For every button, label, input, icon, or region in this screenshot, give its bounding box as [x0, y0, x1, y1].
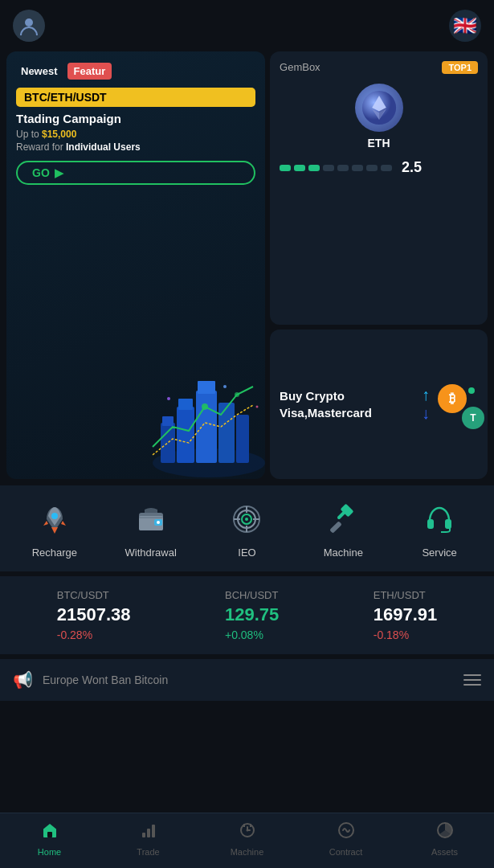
rating-bar: 2.5 [280, 159, 422, 176]
svg-rect-6 [196, 391, 217, 463]
btc-value: 21507.38 [57, 604, 131, 625]
quick-actions: Recharge Withdrawal [0, 485, 494, 571]
eth-change: -0.18% [374, 628, 409, 641]
price-btc[interactable]: BTC/USDT 21507.38 -0.28% [57, 589, 131, 641]
avatar[interactable] [13, 10, 45, 42]
target-icon [226, 498, 267, 540]
tab-newest[interactable]: Newest [16, 63, 63, 80]
svg-rect-36 [47, 832, 52, 837]
bch-pair: BCH/USDT [225, 589, 278, 601]
svg-point-27 [245, 518, 248, 521]
rating-dot-6 [352, 165, 363, 171]
go-button[interactable]: GO ▶ [16, 161, 255, 185]
left-banner: Newest Featur BTC/ETH/USDT Ttading Campa… [6, 51, 265, 479]
rocket-icon [34, 498, 76, 540]
action-machine[interactable]: Machine [295, 498, 391, 559]
svg-point-12 [167, 397, 170, 400]
rating-dot-3 [308, 165, 320, 171]
bottom-nav: Home Trade Machine [0, 813, 494, 868]
price-eth[interactable]: ETH/USDT 1697.91 -0.18% [374, 589, 438, 641]
svg-rect-3 [162, 416, 174, 426]
action-withdrawal[interactable]: Withdrawal [103, 498, 199, 559]
status-dot [468, 387, 475, 394]
withdrawal-label: Withdrawal [125, 547, 177, 559]
home-label: Home [38, 847, 61, 857]
menu-icon[interactable] [463, 674, 481, 686]
nav-home[interactable]: Home [0, 821, 99, 857]
exchange-arrows: ↑ ↓ [422, 386, 430, 423]
svg-point-41 [246, 829, 248, 832]
svg-point-10 [202, 403, 208, 410]
top1-badge: TOP1 [442, 61, 478, 74]
svg-point-14 [256, 406, 259, 408]
svg-point-19 [51, 513, 58, 519]
machine-nav-label: Machine [231, 847, 264, 857]
wallet-icon [130, 498, 172, 540]
language-flag[interactable]: 🇬🇧 [449, 10, 481, 42]
city-illustration [145, 350, 265, 479]
tab-featured[interactable]: Featur [67, 63, 112, 80]
svg-point-23 [157, 521, 160, 524]
eth-icon-container: ETH [280, 84, 478, 149]
crypto-coins: ₿ T [438, 384, 478, 424]
svg-rect-39 [152, 825, 155, 837]
banner-section: Newest Featur BTC/ETH/USDT Ttading Campa… [0, 51, 494, 485]
trade-icon [140, 821, 157, 844]
right-column: GemBox TOP1 [270, 51, 488, 479]
eth-value: 1697.91 [374, 604, 438, 625]
nav-assets[interactable]: Assets [395, 821, 494, 857]
svg-rect-2 [161, 423, 175, 463]
svg-rect-33 [330, 521, 343, 534]
buy-crypto-card[interactable]: Buy Crypto Visa,Mastercard ↑ ↓ ₿ T [270, 330, 488, 479]
banner-tabs: Newest Featur [16, 63, 255, 80]
trading-pair: BTC/ETH/USDT [16, 88, 255, 107]
reward-text: Up to $15,000 [16, 129, 255, 140]
rating-dot-2 [294, 165, 305, 171]
action-service[interactable]: Service [391, 498, 488, 559]
rating-dot-1 [280, 165, 291, 171]
eth-coin-icon[interactable] [355, 84, 403, 132]
campaign-title: Ttading Campaign [16, 112, 255, 125]
svg-rect-37 [142, 833, 145, 837]
bch-value: 129.75 [225, 604, 279, 625]
hammer-icon [322, 498, 364, 540]
gembox-label: GemBox [280, 61, 320, 74]
news-text: Europe Wont Ban Bitcoin [43, 674, 454, 686]
gembox-card: GemBox TOP1 [270, 51, 488, 325]
gembox-header: GemBox TOP1 [280, 61, 478, 74]
service-label: Service [422, 547, 456, 559]
assets-icon [436, 821, 454, 844]
rating-dot-8 [381, 165, 392, 171]
action-recharge[interactable]: Recharge [6, 498, 103, 559]
price-ticker: BTC/USDT 21507.38 -0.28% BCH/USDT 129.75… [0, 576, 494, 654]
news-banner[interactable]: 📢 Europe Wont Ban Bitcoin [0, 659, 494, 701]
svg-rect-5 [178, 399, 193, 410]
btc-coin-icon: ₿ [438, 384, 467, 413]
rating-dot-4 [323, 165, 334, 171]
price-bch[interactable]: BCH/USDT 129.75 +0.08% [225, 589, 279, 641]
recharge-label: Recharge [32, 547, 77, 559]
bch-change: +0.08% [225, 628, 263, 641]
svg-rect-8 [218, 403, 235, 463]
action-ieo[interactable]: IEO [199, 498, 296, 559]
svg-rect-34 [427, 519, 434, 529]
ieo-label: IEO [238, 547, 255, 559]
nav-contract[interactable]: Contract [296, 821, 395, 857]
machine-nav-icon [239, 821, 256, 844]
arrow-right-icon: ▶ [55, 166, 63, 179]
svg-rect-38 [147, 829, 150, 837]
rating-dot-7 [366, 165, 378, 171]
machine-label: Machine [324, 547, 363, 559]
rating-value: 2.5 [402, 159, 422, 176]
nav-machine[interactable]: Machine [198, 821, 296, 857]
nav-trade[interactable]: Trade [99, 821, 198, 857]
svg-point-13 [223, 385, 227, 388]
btc-change: -0.28% [57, 628, 92, 641]
rating-dot-5 [337, 165, 349, 171]
svg-point-11 [235, 392, 239, 397]
reward-users-text: Reward for Individual Users [16, 141, 255, 153]
home-icon [41, 821, 59, 844]
eth-pair: ETH/USDT [374, 589, 426, 601]
eth-name: ETH [368, 137, 390, 149]
headphone-icon [418, 498, 460, 540]
